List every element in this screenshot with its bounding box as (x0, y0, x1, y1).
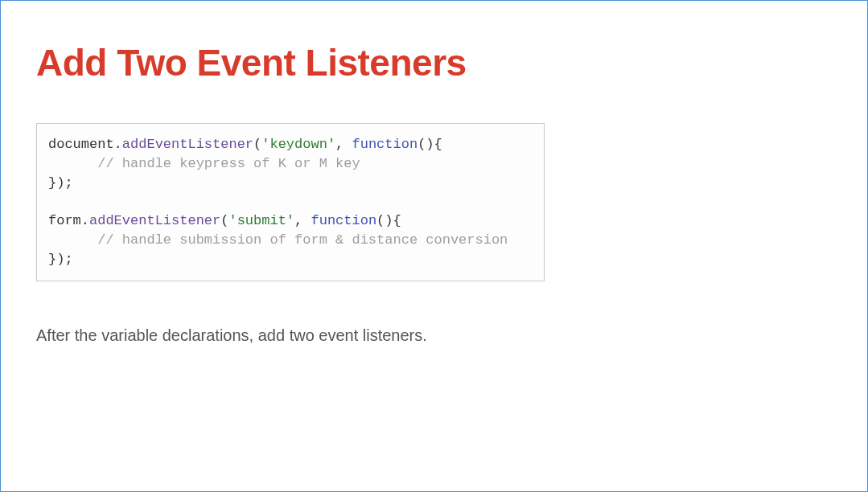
code-token: ( (253, 137, 261, 152)
code-token (48, 156, 97, 171)
code-token: addEventListener (89, 213, 220, 228)
code-token: // handle submission of form & distance … (97, 232, 508, 248)
code-token: (){ (376, 213, 401, 228)
code-token: }); (48, 175, 73, 191)
slide-caption: After the variable declarations, add two… (36, 326, 832, 345)
code-token: (){ (418, 137, 442, 152)
code-token: function (352, 137, 418, 152)
code-token: // handle keypress of K or M key (97, 156, 360, 171)
code-block: document.addEventListener('keydown', fun… (36, 123, 545, 281)
code-token: 'keydown' (261, 137, 335, 152)
code-token: function (311, 213, 376, 228)
code-token: document. (48, 137, 122, 152)
code-token: , (294, 213, 311, 228)
code-token (48, 232, 97, 248)
code-token: addEventListener (122, 137, 253, 152)
code-token: }); (48, 252, 73, 267)
code-token: 'submit' (228, 213, 294, 228)
slide-heading: Add Two Event Listeners (36, 41, 832, 84)
code-token: , (335, 137, 352, 152)
code-token: ( (220, 213, 228, 228)
code-token: form. (48, 213, 89, 228)
